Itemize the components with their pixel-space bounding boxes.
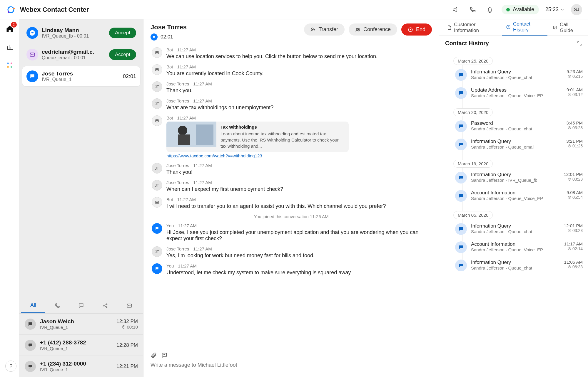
history-duration: 01:25 [572,144,583,148]
message-row: JTJose Torres11:27 AMThank you! [152,163,431,175]
tab-contact-history[interactable]: Contact History [502,19,547,36]
svg-point-17 [358,28,360,29]
clock-icon [122,325,126,329]
message-time: 11:27 AM [193,246,212,251]
incoming-card-active[interactable]: Jose Torres IVR_Queue_1 02:01 [22,66,140,86]
email-icon [26,49,38,60]
chat-icon [25,319,36,330]
history-event[interactable]: Information QuerySandra Jefferson · IVR_… [455,172,583,184]
task-panel: Lindsay Mann IVR_Queue_fb - 00:01 Accept… [19,19,143,377]
history-duration: 05:15 [572,74,583,79]
bot-avatar-icon [152,64,162,75]
message-time: 11:27 AM [177,115,196,120]
contact-row[interactable]: Jason Welch IVR_Queue_1 12:32 PM 00:10 [19,314,143,335]
history-event[interactable]: Account InformationSandra Jefferson · Qu… [455,190,583,202]
svg-point-33 [156,202,157,203]
rich-card[interactable]: Tax WithholdingsLearn about income tax w… [166,122,349,152]
end-button[interactable]: End [401,23,432,36]
history-time: 9:01 AM [567,87,583,92]
history-duration: 06:33 [572,265,583,269]
announcement-icon[interactable] [450,4,461,15]
tab-calls[interactable] [45,298,69,313]
history-time: 11:17 AM [564,241,583,246]
history-event[interactable]: Information QuerySandra Jefferson · Queu… [455,139,583,150]
history-event[interactable]: Account InformationSandra Jefferson · Qu… [455,241,583,253]
bot-avatar-icon [152,197,162,208]
message-text: Yes, I'm looking for work but need money… [166,253,431,259]
chat-bubble-icon [455,260,467,271]
bot-avatar-icon [152,47,162,58]
contact-name: Jason Welch [40,318,112,325]
message-sender: Jose Torres [166,163,189,168]
nav-rail: 2 [0,19,19,377]
email-icon [126,303,132,309]
tab-email[interactable] [117,298,141,313]
transfer-button[interactable]: Transfer [304,23,345,36]
expand-icon[interactable] [577,41,582,46]
compose-input[interactable] [151,362,432,368]
history-time: 3:45 PM [566,120,583,125]
history-body[interactable]: March 25, 2020Information QuerySandra Je… [439,51,588,377]
history-title: Password [471,120,562,126]
attachment-icon[interactable] [151,352,157,359]
tab-customer-info[interactable]: Customer Information [443,19,501,36]
history-event[interactable]: Information QuerySandra Jefferson · Queu… [455,69,583,81]
history-event[interactable]: Information QuerySandra Jefferson · Queu… [455,223,583,235]
history-date-pill: March 20, 2020 [453,108,493,116]
agent-avatar[interactable]: SJ [571,4,582,15]
conversation-title: Jose Torres [151,23,187,31]
clock-icon [568,265,571,269]
rich-card-title: Tax Withholdings [220,124,345,129]
history-time: 11:05 AM [564,260,583,265]
contact-row[interactable]: +1 (234) 312-0000 IVR_Queue_1 12:21 PM [19,356,143,377]
contact-row[interactable]: +1 (412) 288-3782 IVR_Queue_1 12:28 PM [19,335,143,356]
history-event[interactable]: PasswordSandra Jefferson · Queue_chat3:4… [455,120,583,132]
tab-all[interactable]: All [21,298,45,313]
history-sub: Sandra Jefferson · Queue_chat [471,126,562,131]
history-title: Information Query [471,69,562,75]
bell-icon[interactable] [485,4,495,15]
svg-point-24 [157,69,158,70]
incoming-card[interactable]: cedriclam@gmail.c. Queue_email - 00:01 A… [22,45,140,65]
right-panel-header: Contact History [439,36,588,51]
phone-icon[interactable] [467,4,478,15]
rich-card-link[interactable]: https://www.taxdoc.com/watch?v=withholdi… [166,153,431,158]
session-timer-value: 25:23 [545,6,559,13]
agent-status[interactable]: Available [502,5,539,14]
history-title: Information Query [471,172,560,178]
template-icon[interactable] [161,352,168,359]
tab-social[interactable] [93,298,117,313]
nav-analytics[interactable] [4,41,16,53]
history-event[interactable]: Information QuerySandra Jefferson · Queu… [455,260,583,271]
incoming-card[interactable]: Lindsay Mann IVR_Queue_fb - 00:01 Accept [22,23,140,43]
conference-button[interactable]: Conference [349,23,397,36]
history-date-pill: March 05, 2020 [453,211,493,219]
conversation-body[interactable]: Bot11:27 AMWe can use location services … [143,44,439,349]
clock-icon [568,93,571,96]
chevron-down-icon [560,8,564,12]
message-row: JTJose Torres11:27 AMThank you. [152,81,431,94]
customer-avatar-icon: JT [152,98,162,109]
history-sub: Sandra Jefferson · Queue_Voice_EP [471,93,562,98]
session-timer[interactable]: 25:23 [545,6,564,13]
accept-button[interactable]: Accept [109,49,136,60]
rich-card-image [166,122,216,147]
message-row: Bot11:27 AMTax WithholdingsLearn about i… [152,115,431,158]
help-button[interactable]: ? [5,361,16,372]
accept-button[interactable]: Accept [109,28,136,38]
history-title: Information Query [471,223,560,229]
tab-chat[interactable] [69,298,93,313]
history-event[interactable]: Update AddressSandra Jefferson · Queue_V… [455,87,583,99]
incoming-sub: Queue_email - 00:01 [42,55,106,60]
message-sender: Bot [166,115,173,120]
history-title: Information Query [471,260,560,265]
nav-home[interactable]: 2 [4,23,16,35]
bot-avatar-icon [152,115,162,126]
history-time: 3:21 PM [566,139,583,144]
history-duration: 03:23 [572,228,583,233]
conversation-panel: Jose Torres 02:01 Transfer Conference En… [143,19,439,377]
message-row: Bot11:27 AMYou are currently located in … [152,64,431,77]
nav-apps[interactable] [4,59,16,71]
chat-bubble-icon [455,69,467,81]
tab-call-guide[interactable]: Call Guide [549,19,584,36]
